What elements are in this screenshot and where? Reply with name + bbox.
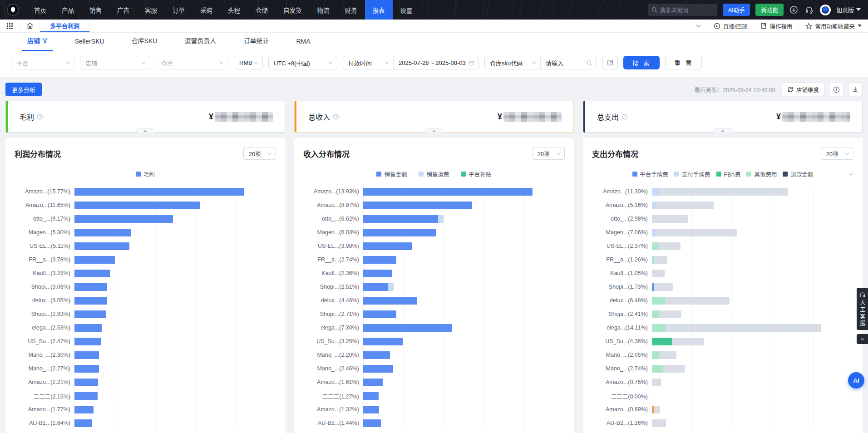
bar[interactable] [363,419,381,427]
dimension-switch-button[interactable]: 店铺维度 [782,83,824,96]
bar[interactable] [652,188,788,196]
top-n-select[interactable]: 20项 [243,147,276,160]
user-avatar[interactable] [820,5,831,15]
bar[interactable] [363,215,444,223]
customer-service-widget[interactable]: 人工客服 [857,288,868,330]
bar[interactable] [652,365,685,373]
bar[interactable] [652,202,714,209]
bar[interactable] [74,365,99,373]
bar[interactable] [363,297,417,305]
nav-item-产品[interactable]: 产品 [54,0,82,20]
ai-floating-button[interactable]: AI [848,372,864,389]
export-button[interactable] [848,83,863,96]
platform-select[interactable]: 平台 [11,56,74,69]
reset-button[interactable]: 重 置 [665,56,702,69]
bar[interactable] [652,338,704,345]
bar[interactable] [652,242,681,250]
bar[interactable] [74,297,107,305]
version-switcher[interactable]: 如意版 [836,5,861,14]
guide-link[interactable]: 操作指南 [754,20,799,32]
new-feature-button[interactable]: 新功能 [755,4,784,16]
nav-item-采购[interactable]: 采购 [192,0,220,20]
search-button[interactable]: 搜 索 [623,56,660,69]
bar[interactable] [652,256,667,264]
currency-select[interactable]: RMB [234,56,263,69]
bar[interactable] [74,338,101,345]
bar[interactable] [652,379,661,386]
date-range-picker[interactable]: 2025-07-28 ~ 2025-08-03 [393,56,478,69]
bar[interactable] [363,242,412,250]
question-circle-icon[interactable] [37,113,43,120]
subtab-订单统计[interactable]: 订单统计 [230,36,282,51]
nav-item-广告[interactable]: 广告 [109,0,137,20]
question-circle-icon[interactable] [333,113,339,120]
bar[interactable] [74,419,92,427]
apps-grid-icon[interactable] [0,20,20,32]
nav-item-报表[interactable]: 报表 [365,0,393,20]
nav-item-头程[interactable]: 头程 [220,0,248,20]
legend-item-FBA费[interactable]: FBA费 [716,170,741,178]
bar[interactable] [74,379,98,386]
legend-item-毛利[interactable]: 毛利 [136,170,155,178]
bar[interactable] [363,392,379,400]
bar[interactable] [652,351,676,359]
store-select[interactable]: 店铺 [80,56,150,69]
bar[interactable] [652,406,660,413]
bar[interactable] [363,283,394,291]
bar[interactable] [74,351,99,359]
bar[interactable] [363,338,403,345]
bar[interactable] [74,215,173,223]
sku-type-select[interactable]: 仓库sku代码 [485,56,540,69]
bar[interactable] [74,202,200,209]
service-expand-button[interactable]: » [857,334,868,344]
bar[interactable] [74,324,102,332]
subtab-SellerSKU[interactable]: SellerSKU [61,38,118,51]
warehouse-select[interactable]: 仓库 [156,56,228,69]
more-analysis-button[interactable]: 更多分析 [5,83,42,96]
bar[interactable] [74,270,110,277]
collapse-card-button[interactable] [136,128,154,133]
nav-item-自发货[interactable]: 自发货 [276,0,310,20]
bar[interactable] [363,406,379,413]
tabs-collapse-chevron-icon[interactable] [690,24,707,28]
bar[interactable] [652,229,737,236]
live-replay-link[interactable]: 直播/回放 [707,20,754,32]
nav-item-财务[interactable]: 财务 [337,0,365,20]
legend-overflow-chevron-icon[interactable] [848,170,853,178]
home-icon[interactable] [20,20,40,32]
bar[interactable] [74,242,129,250]
nav-item-首页[interactable]: 首页 [26,0,54,20]
ai-assistant-button[interactable]: AI助手 [723,4,750,16]
bar[interactable] [363,270,392,277]
bar[interactable] [363,379,383,386]
legend-item-支付手续费[interactable]: 支付手续费 [674,170,710,178]
bar[interactable] [652,310,681,318]
question-circle-icon[interactable] [621,113,628,120]
bar[interactable] [363,229,436,236]
collapse-card-button[interactable] [425,128,443,133]
nav-item-物流[interactable]: 物流 [310,0,337,20]
legend-item-其他费用[interactable]: 其他费用 [746,170,777,178]
bar[interactable] [363,324,452,332]
bar[interactable] [363,202,472,209]
bar[interactable] [74,256,115,264]
top-n-select[interactable]: 20项 [821,147,853,160]
nav-item-客服[interactable]: 客服 [137,0,165,20]
bar[interactable] [74,283,107,291]
headset-icon[interactable] [804,5,814,15]
tab-multi-platform-profit[interactable]: 多平台利润 [40,20,90,32]
bar[interactable] [363,256,396,264]
bar[interactable] [652,270,665,277]
subtab-店铺[interactable]: 店铺 [14,36,61,51]
bar[interactable] [363,365,393,373]
timezone-select[interactable]: UTC +8(中国) [268,56,337,69]
bar[interactable] [652,297,730,305]
top-n-select[interactable]: 20项 [532,147,565,160]
time-type-select[interactable]: 付款时间 [343,56,393,69]
bar[interactable] [74,406,94,413]
bar[interactable] [363,310,396,318]
nav-item-销售[interactable]: 销售 [82,0,109,20]
nav-item-设置[interactable]: 设置 [393,0,420,20]
bar[interactable] [363,188,533,196]
legend-item-平台手续费[interactable]: 平台手续费 [632,170,669,178]
